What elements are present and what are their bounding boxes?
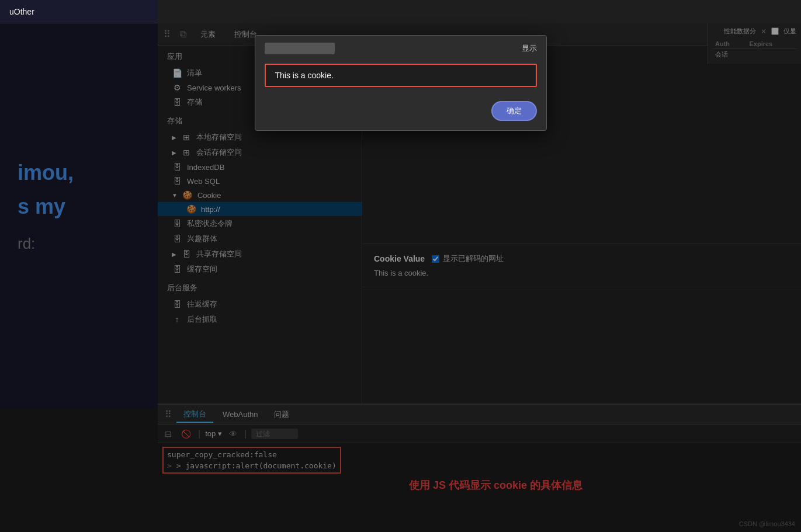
alert-dialog-message: This is a cookie. [265, 64, 537, 87]
alert-url-bar [265, 43, 335, 54]
alert-overlay: 显示 This is a cookie. 确定 [0, 23, 801, 532]
alert-confirm-button[interactable]: 确定 [491, 101, 537, 121]
alert-dialog-title: 显示 [522, 43, 537, 54]
app-title-bar: uOther [0, 0, 158, 23]
alert-dialog-footer: 确定 [255, 96, 546, 130]
alert-dialog-body: This is a cookie. [255, 59, 546, 96]
alert-dialog: 显示 This is a cookie. 确定 [255, 35, 547, 131]
app-title: uOther [9, 7, 34, 16]
alert-dialog-header: 显示 [255, 36, 546, 59]
